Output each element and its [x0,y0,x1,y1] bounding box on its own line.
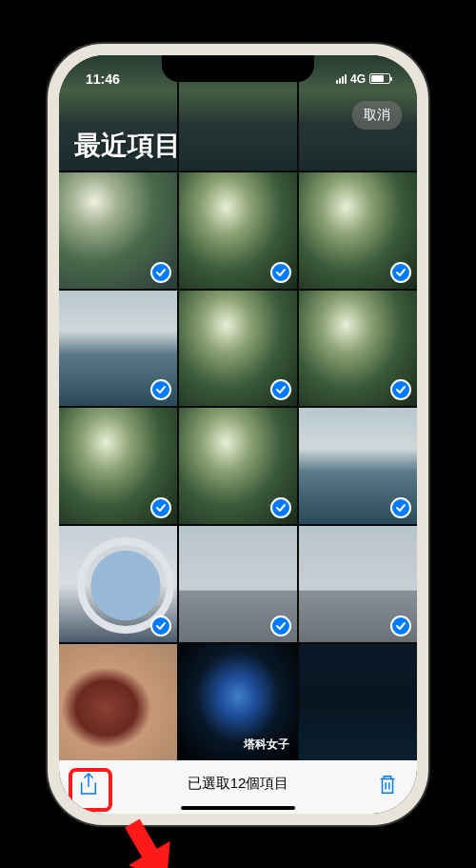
selected-check-icon [390,262,411,283]
selected-check-icon [390,616,411,636]
selected-check-icon [150,497,171,518]
photo-thumbnail[interactable] [179,291,297,407]
selected-check-icon [270,497,291,518]
photo-thumbnail[interactable] [59,408,177,524]
selected-check-icon [270,379,291,400]
photo-thumbnail[interactable] [299,526,417,642]
selected-check-icon [150,616,171,636]
selected-check-icon [150,262,171,283]
trash-icon [377,773,398,796]
selected-check-icon [270,616,291,636]
selected-check-icon [150,379,171,400]
photo-thumbnail[interactable] [179,408,297,524]
delete-button[interactable] [375,772,400,797]
share-button[interactable] [76,772,101,797]
selected-check-icon [270,262,291,283]
photo-thumbnail[interactable] [59,644,177,760]
notch [162,55,314,82]
signal-icon [336,74,347,84]
selected-check-icon [390,379,411,400]
cancel-button[interactable]: 取消 [352,101,402,130]
share-icon [78,773,99,796]
photo-thumbnail[interactable] [299,172,417,289]
watermark-text: 塔科女子 [244,737,289,753]
phone-screen: 11:46 4G 取消 最近項目 塔科女子 已選取12個項目 [59,55,417,814]
network-label: 4G [350,72,366,86]
photo-thumbnail[interactable] [59,526,177,642]
photo-thumbnail[interactable] [179,526,297,642]
photo-thumbnail[interactable] [179,172,297,289]
album-title: 最近項目 [74,128,181,164]
photo-thumbnail[interactable] [59,291,177,407]
phone-frame: 11:46 4G 取消 最近項目 塔科女子 已選取12個項目 [48,44,428,825]
battery-icon [369,73,390,84]
home-indicator[interactable] [181,806,295,810]
photo-thumbnail[interactable] [299,644,417,760]
status-right: 4G [336,72,390,86]
photo-thumbnail[interactable] [299,291,417,407]
selected-check-icon [390,497,411,518]
photo-thumbnail[interactable]: 塔科女子 [179,644,297,760]
photo-thumbnail[interactable] [299,408,417,524]
status-time: 11:46 [86,71,120,87]
selection-count: 已選取12個項目 [188,775,289,793]
photo-thumbnail[interactable] [59,172,177,289]
